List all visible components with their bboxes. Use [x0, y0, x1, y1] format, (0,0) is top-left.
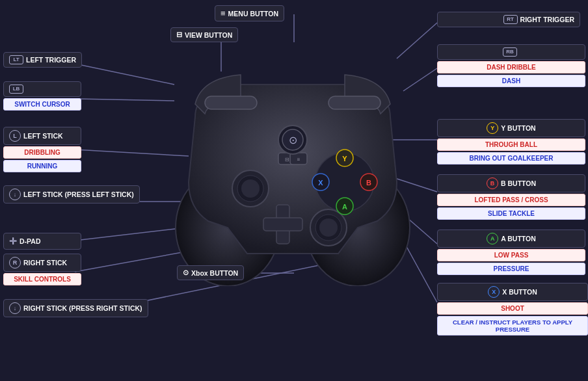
left-stick-title-text: LEFT STICK [23, 132, 63, 140]
xbox-button-label: ⊙ Xbox BUTTON [177, 265, 244, 280]
press-right-stick-text: RIGHT STICK (PRESS RIGHT STICK) [23, 304, 142, 312]
lb-switch-cursor-group: LB SWITCH CURSOR [3, 81, 81, 111]
x-badge: X [488, 286, 500, 298]
lofted-pass-text: LOFTED PASS / CROSS [474, 196, 548, 204]
svg-rect-18 [205, 96, 257, 109]
svg-text:A: A [342, 203, 347, 211]
y-badge: Y [487, 122, 498, 134]
dpad-group: ✛ D-PAD [3, 233, 81, 250]
b-badge: B [487, 177, 498, 189]
press-left-stick-group: ↓ LEFT STICK (PRESS LEFT STICK) [3, 185, 140, 204]
dpad-text: D-PAD [20, 237, 40, 245]
svg-text:≡: ≡ [297, 157, 301, 163]
running-text: RUNNING [27, 163, 58, 170]
svg-text:X: X [318, 179, 323, 187]
lb-badge: LB [9, 85, 23, 94]
right-stick-group: R RIGHT STICK SKILL CONTROLS [3, 254, 81, 285]
lt-badge: LT [9, 55, 23, 64]
x-button-title-text: X BUTTON [502, 288, 537, 296]
rb-group: RB DASH DRIBBLE DASH [437, 44, 585, 87]
clear-instruct-text: CLEAR / INSTRUCT PLAYERS TO APPLY PRESSU… [453, 319, 572, 333]
svg-rect-27 [263, 218, 302, 231]
shoot-text: SHOOT [501, 305, 524, 312]
svg-text:B: B [366, 179, 371, 187]
y-button-title-text: Y BUTTON [501, 124, 535, 132]
menu-button-text: MENU BUTTON [228, 10, 278, 18]
view-button-text: VIEW BUTTON [185, 31, 232, 39]
svg-text:Y: Y [342, 155, 347, 163]
r-badge: R [9, 257, 21, 269]
rb-badge: RB [503, 47, 517, 57]
xbox-button-text: Xbox BUTTON [191, 269, 238, 277]
l-press-badge: ↓ [9, 189, 21, 200]
a-button-title-text: A BUTTON [501, 235, 536, 243]
through-ball-text: THROUGH BALL [485, 141, 537, 148]
dribbling-text: DRIBBLING [24, 149, 60, 156]
right-trigger-group: RT RIGHT TRIGGER [437, 12, 580, 27]
low-pass-text: LOW PASS [494, 252, 529, 259]
dash-dribble-text: DASH DRIBBLE [487, 64, 536, 71]
rt-badge: RT [503, 15, 518, 24]
svg-text:⊟: ⊟ [285, 157, 289, 163]
menu-button-label: ≡ MENU BUTTON [215, 5, 284, 21]
pressure-text: PRESSURE [493, 265, 529, 272]
press-left-stick-text: LEFT STICK (PRESS LEFT STICK) [23, 190, 134, 198]
right-stick-title-text: RIGHT STICK [23, 259, 67, 267]
svg-point-22 [241, 179, 260, 198]
a-button-group: A A BUTTON LOW PASS PRESSURE [437, 230, 585, 275]
b-button-group: B B BUTTON LOFTED PASS / CROSS SLIDE TAC… [437, 174, 585, 220]
controller-image: Y B A X ⊟ ≡ ⊙ [150, 39, 436, 299]
y-button-group: Y Y BUTTON THROUGH BALL BRING OUT GOALKE… [437, 119, 585, 164]
left-trigger-group: LT LEFT TRIGGER [3, 52, 82, 68]
skill-controls-text: SKILL CONTROLS [14, 276, 71, 283]
bring-out-gk-text: BRING OUT GOALKEEPER [470, 155, 554, 162]
view-button-label: ⊟ VIEW BUTTON [170, 27, 238, 42]
l-badge: L [9, 130, 21, 142]
svg-rect-19 [328, 96, 381, 109]
svg-text:⊙: ⊙ [289, 135, 297, 146]
main-container: Y B A X ⊟ ≡ ⊙ [0, 0, 588, 381]
a-badge: A [487, 233, 498, 244]
b-button-title-text: B BUTTON [501, 179, 536, 187]
right-trigger-text: RIGHT TRIGGER [520, 16, 574, 23]
svg-point-25 [319, 218, 338, 237]
press-right-stick-group: ↓ RIGHT STICK (PRESS RIGHT STICK) [3, 299, 148, 317]
dash-text: DASH [502, 77, 520, 85]
left-trigger-text: LEFT TRIGGER [26, 56, 76, 64]
switch-cursor-text: SWITCH CURSOR [14, 101, 70, 108]
slide-tackle-text: SLIDE TACKLE [488, 210, 535, 217]
x-button-group: X X BUTTON SHOOT CLEAR / INSTRUCT PLAYER… [437, 283, 588, 335]
left-stick-group: L LEFT STICK DRIBBLING RUNNING [3, 127, 81, 172]
